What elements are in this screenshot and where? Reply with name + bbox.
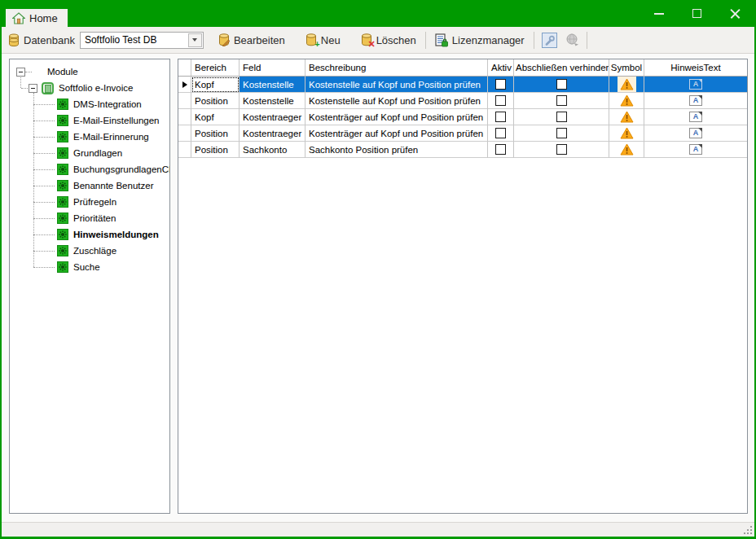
tree-item-softfolio-e-invoice[interactable]: Softfolio e-Invoice	[10, 80, 169, 96]
abschliessen-verhindern-checkbox[interactable]	[556, 95, 567, 106]
cell-hinweistext[interactable]: A	[644, 125, 747, 142]
table-row[interactable]: Kopf Kostenstelle Kostenstelle auf Kopf …	[178, 77, 747, 93]
collapse-icon[interactable]	[29, 84, 37, 93]
abschliessen-verhindern-checkbox[interactable]	[556, 79, 567, 90]
toolbar-separator	[587, 32, 587, 49]
tree-item-module[interactable]: Module	[10, 64, 169, 80]
cell-beschreibung[interactable]: Kostenstelle auf Kopf und Position prüfe…	[305, 93, 488, 109]
cell-feld[interactable]: Kostentraeger	[240, 125, 305, 142]
tab-home[interactable]: Home	[6, 9, 68, 27]
cell-hinweistext[interactable]: A	[644, 77, 747, 93]
column-header-abschliessen-verhindern[interactable]: Abschließen verhindern	[514, 59, 609, 77]
tree-item-pr-fregeln[interactable]: Prüfregeln	[10, 194, 169, 210]
table-row[interactable]: Kopf Kostentraeger Kostenträger auf Kopf…	[178, 109, 747, 125]
resize-grip-icon[interactable]	[750, 532, 752, 534]
cell-hinweistext[interactable]: A	[644, 142, 747, 158]
plus-icon: +	[314, 40, 319, 49]
table-row[interactable]: Position Sachkonto Sachkonto Position pr…	[178, 142, 747, 158]
bearbeiten-button[interactable]: Bearbeiten	[213, 30, 291, 50]
cell-abschliessen-verhindern[interactable]	[514, 109, 609, 125]
database-combo[interactable]: Softfolio Test DB	[80, 32, 204, 49]
collapse-icon[interactable]	[16, 68, 25, 77]
tree-item-e-mail-einstellungen[interactable]: E-Mail-Einstellungen	[10, 112, 169, 129]
aktiv-checkbox[interactable]	[495, 144, 506, 155]
tree-item-suche[interactable]: Suche	[10, 259, 169, 275]
loeschen-button[interactable]: ✕ Löschen	[355, 30, 422, 50]
minimize-button[interactable]	[640, 0, 678, 27]
cell-beschreibung[interactable]: Kostenträger auf Kopf und Position prüfe…	[305, 125, 488, 142]
aktiv-checkbox[interactable]	[495, 112, 506, 122]
column-header-bereich[interactable]: Bereich	[191, 59, 240, 77]
row-selector-cell[interactable]	[178, 125, 191, 142]
column-header-beschreibung[interactable]: Beschreibung	[305, 59, 488, 77]
module-gear-icon	[57, 115, 68, 126]
cell-feld[interactable]: Kostenstelle	[240, 77, 305, 93]
tree-item-grundlagen[interactable]: Grundlagen	[10, 145, 169, 161]
row-selector-cell[interactable]	[178, 142, 191, 158]
abschliessen-verhindern-checkbox[interactable]	[556, 128, 567, 138]
cell-bereich[interactable]: Kopf	[191, 109, 240, 125]
cell-symbol[interactable]	[609, 109, 644, 125]
cell-hinweistext[interactable]: A	[644, 93, 747, 109]
cell-aktiv[interactable]	[488, 93, 514, 109]
cell-symbol[interactable]	[609, 142, 644, 158]
module-gear-icon	[57, 196, 68, 208]
lizenzmanager-button[interactable]: Lizenzmanager	[429, 30, 530, 50]
tree-item-label: Prüfregeln	[73, 197, 116, 207]
module-gear-icon	[57, 147, 68, 159]
cell-feld[interactable]: Kostentraeger	[240, 109, 305, 125]
cell-abschliessen-verhindern[interactable]	[514, 77, 609, 93]
column-header-feld[interactable]: Feld	[240, 59, 305, 77]
cell-aktiv[interactable]	[488, 142, 514, 158]
cell-aktiv[interactable]	[488, 125, 514, 142]
cell-aktiv[interactable]	[488, 77, 514, 93]
cell-bereich[interactable]: Kopf	[191, 77, 240, 93]
cell-beschreibung[interactable]: Kostenstelle auf Kopf und Position prüfe…	[305, 77, 488, 93]
row-selector-cell[interactable]	[178, 109, 191, 125]
cell-abschliessen-verhindern[interactable]	[514, 125, 609, 142]
cell-bereich[interactable]: Position	[191, 125, 240, 142]
tree-item-benannte-benutzer[interactable]: Benannte Benutzer	[10, 177, 169, 194]
cell-beschreibung[interactable]: Kostenträger auf Kopf und Position prüfe…	[305, 109, 488, 125]
tree-item-dms-integration[interactable]: DMS-Integration	[10, 96, 169, 112]
cell-bereich[interactable]: Position	[191, 93, 240, 109]
abschliessen-verhindern-checkbox[interactable]	[556, 112, 567, 122]
cell-hinweistext[interactable]: A	[644, 109, 747, 125]
cell-abschliessen-verhindern[interactable]	[514, 93, 609, 109]
row-indicator-icon	[182, 81, 187, 88]
table-row[interactable]: Position Kostenstelle Kostenstelle auf K…	[178, 93, 747, 109]
tree-item-label: DMS-Integration	[73, 99, 142, 109]
tree-item-priorit-ten[interactable]: Prioritäten	[10, 210, 169, 226]
aktiv-checkbox[interactable]	[495, 128, 506, 138]
aktiv-checkbox[interactable]	[495, 95, 506, 106]
cell-abschliessen-verhindern[interactable]	[514, 142, 609, 158]
cell-feld[interactable]: Sachkonto	[240, 142, 305, 158]
combo-dropdown-button[interactable]	[188, 33, 202, 47]
row-selector-cell[interactable]	[178, 93, 191, 109]
tree-item-buchungsgrundlagench[interactable]: BuchungsgrundlagenCH	[10, 161, 169, 177]
cell-symbol[interactable]	[609, 93, 644, 109]
neu-button[interactable]: + Neu	[300, 30, 346, 50]
cell-beschreibung[interactable]: Sachkonto Position prüfen	[305, 142, 488, 158]
aktiv-checkbox[interactable]	[495, 79, 506, 90]
options-button[interactable]	[538, 29, 561, 51]
cell-aktiv[interactable]	[488, 109, 514, 125]
grid-header: Bereich Feld Beschreibung Aktiv Abschlie…	[178, 59, 747, 77]
globe-button[interactable]	[561, 30, 583, 50]
column-header-aktiv[interactable]: Aktiv	[488, 59, 514, 77]
column-header-symbol[interactable]: Symbol	[609, 59, 644, 77]
column-header-hinweistext[interactable]: HinweisText	[644, 59, 747, 77]
cell-symbol[interactable]	[609, 125, 644, 142]
close-button[interactable]	[716, 0, 754, 27]
app-icon	[42, 82, 54, 94]
row-selector-cell[interactable]	[178, 77, 191, 93]
tree-item-hinweismeldungen[interactable]: Hinweismeldungen	[10, 226, 169, 243]
cell-bereich[interactable]: Position	[191, 142, 240, 158]
tree-item-zuschl-ge[interactable]: Zuschläge	[10, 243, 169, 259]
table-row[interactable]: Position Kostentraeger Kostenträger auf …	[178, 125, 747, 142]
abschliessen-verhindern-checkbox[interactable]	[556, 144, 567, 155]
maximize-button[interactable]	[678, 0, 716, 27]
tree-item-e-mail-erinnerung[interactable]: E-Mail-Erinnerung	[10, 129, 169, 145]
cell-feld[interactable]: Kostenstelle	[240, 93, 305, 109]
cell-symbol[interactable]	[609, 77, 644, 93]
